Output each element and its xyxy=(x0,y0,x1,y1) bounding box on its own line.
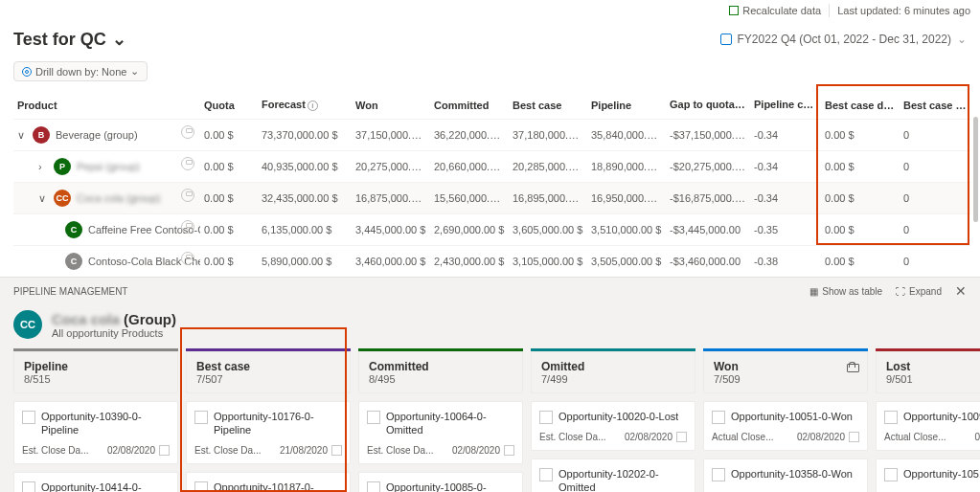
info-icon[interactable]: i xyxy=(308,101,318,111)
grid-row[interactable]: CCaffeine Free Contoso-Cola0.00 $6,135,0… xyxy=(13,214,970,246)
org-icon xyxy=(181,125,194,139)
drilldown-selector[interactable]: Drill down by: None ⌄ xyxy=(13,61,148,81)
page-title-dropdown[interactable]: Test for QC ⌄ xyxy=(13,29,126,50)
cell: 3,105,000.00 $ xyxy=(509,246,587,278)
cell: 0 xyxy=(900,214,970,246)
card-date: 02/08/2020 xyxy=(797,432,845,442)
lock-icon xyxy=(847,362,857,372)
expand-chevron-icon[interactable]: ∨ xyxy=(17,129,27,142)
opportunity-card[interactable]: Opportunity-10518- xyxy=(876,458,980,492)
cell: 2,690,000.00 $ xyxy=(430,214,509,246)
kanban-column: Omitted7/499Opportunity-10020-0-LostEst.… xyxy=(531,348,695,492)
cell: 18,890,000.00 $ xyxy=(587,151,666,183)
cell: -$3,460,000.00 xyxy=(666,246,750,278)
period-label: FY2022 Q4 (Oct 01, 2022 - Dec 31, 2022) xyxy=(738,33,951,46)
calendar-icon xyxy=(504,445,514,456)
kanban-board: Pipeline8/515Opportunity-10390-0-Pipelin… xyxy=(0,348,980,492)
col-header[interactable]: Committed xyxy=(430,91,509,120)
period-selector[interactable]: FY2022 Q4 (Oct 01, 2022 - Dec 31, 2022) … xyxy=(720,33,967,46)
cell: 37,150,000.00 $ xyxy=(352,120,430,151)
column-count: 8/515 xyxy=(24,373,168,385)
row-name: Beverage (group) xyxy=(56,129,138,141)
opportunity-card[interactable]: Opportunity-10090-Actual Close...02/08/2… xyxy=(876,401,980,451)
opportunity-card[interactable]: Opportunity-10202-0-Omitted xyxy=(531,458,695,492)
card-title: Opportunity-10090- xyxy=(903,410,980,423)
info-icon[interactable]: i xyxy=(737,101,747,111)
col-header[interactable]: Best case disco... xyxy=(821,91,900,120)
cell: -$16,875,000.00 xyxy=(666,183,750,214)
column-cards: Opportunity-10051-0-WonActual Close...02… xyxy=(703,393,868,492)
card-icon xyxy=(712,468,725,481)
cell: 73,370,000.00 $ xyxy=(258,120,352,151)
card-title: Opportunity-10518- xyxy=(903,467,980,481)
cell: 0.00 $ xyxy=(821,183,900,214)
expand-chevron-icon[interactable]: › xyxy=(38,161,48,172)
opportunity-card[interactable]: Opportunity-10187-0-BestCase xyxy=(186,472,351,492)
opportunity-card[interactable]: Opportunity-10085-0-Committed xyxy=(358,472,523,492)
column-header[interactable]: Best case7/507 xyxy=(186,351,351,393)
col-header[interactable]: Forecasti xyxy=(258,91,352,120)
card-date-label: Actual Close... xyxy=(712,432,773,442)
col-header[interactable]: Pipeline xyxy=(587,91,666,120)
column-count: 9/501 xyxy=(886,373,980,385)
column-header[interactable]: Won7/509 xyxy=(703,351,868,393)
row-name: Coca cola (group) xyxy=(77,192,160,204)
opportunity-card[interactable]: Opportunity-10390-0-PipelineEst. Close D… xyxy=(13,401,178,464)
page-header: Test for QC ⌄ FY2022 Q4 (Oct 01, 2022 - … xyxy=(0,21,980,57)
cell: 0.00 $ xyxy=(200,151,258,183)
opportunity-card[interactable]: Opportunity-10176-0-PipelineEst. Close D… xyxy=(186,401,351,464)
column-header[interactable]: Committed8/495 xyxy=(358,351,523,393)
grid-row[interactable]: ∨BBeverage (group)0.00 $73,370,000.00 $3… xyxy=(13,120,970,151)
cell: 16,895,000.00 $ xyxy=(509,183,587,214)
target-icon xyxy=(22,67,32,77)
col-header[interactable]: Quota xyxy=(200,91,258,120)
grid-row[interactable]: ∨CCCoca cola (group)0.00 $32,435,000.00 … xyxy=(13,183,970,214)
opportunity-card[interactable]: Opportunity-10020-0-LostEst. Close Da...… xyxy=(531,401,695,451)
column-count: 7/509 xyxy=(714,373,857,385)
card-icon xyxy=(367,481,380,492)
close-button[interactable]: ✕ xyxy=(955,283,967,299)
col-header[interactable]: Pipeline cove...i xyxy=(750,91,821,120)
card-date-label: Est. Close Da... xyxy=(539,432,605,442)
col-header[interactable]: Best case produ... xyxy=(900,91,970,120)
row-name: Pepsi (group) xyxy=(77,161,140,172)
pipeline-management-panel: PIPELINE MANAGEMENT ▦Show as table ⛶Expa… xyxy=(0,277,980,492)
cell: 3,460,000.00 $ xyxy=(352,246,430,278)
grid-row[interactable]: ›PPepsi (group)0.00 $40,935,000.00 $20,2… xyxy=(13,151,970,183)
card-title: Opportunity-10051-0-Won xyxy=(731,410,853,423)
column-name: Lost xyxy=(886,360,980,373)
column-header[interactable]: Pipeline8/515 xyxy=(13,351,178,393)
card-icon xyxy=(712,411,725,424)
calendar-icon xyxy=(331,445,342,456)
column-name: Pipeline xyxy=(24,360,168,373)
opportunity-card[interactable]: Opportunity-10358-0-Won xyxy=(703,458,868,492)
column-cards: Opportunity-10090-Actual Close...02/08/2… xyxy=(876,393,980,492)
expand-chevron-icon[interactable]: ∨ xyxy=(38,192,48,205)
col-header[interactable]: Best case xyxy=(509,91,587,120)
org-icon xyxy=(181,189,194,202)
forecast-grid: ProductQuotaForecastiWonCommittedBest ca… xyxy=(0,85,980,277)
cell: 0.00 $ xyxy=(200,246,258,278)
expand-button[interactable]: ⛶Expand xyxy=(896,286,942,297)
col-header[interactable]: Won xyxy=(352,91,430,120)
grid-row[interactable]: CContoso-Cola Black Cherry Va0.00 $5,890… xyxy=(13,246,970,278)
cell: 3,505,000.00 $ xyxy=(587,246,666,278)
col-header[interactable]: Gap to quotai xyxy=(666,91,750,120)
cell: 20,285,000.00 $ xyxy=(509,151,587,183)
opportunity-card[interactable]: Opportunity-10051-0-WonActual Close...02… xyxy=(703,401,868,451)
show-as-table-button[interactable]: ▦Show as table xyxy=(809,286,882,297)
column-header[interactable]: Omitted7/499 xyxy=(531,351,695,393)
column-header[interactable]: Lost9/501 xyxy=(876,351,980,393)
pm-group-header: CC Coca cola (Group) All opportunity Pro… xyxy=(0,304,980,348)
col-header[interactable]: Product xyxy=(13,91,200,120)
cell: 20,275,000.00 $ xyxy=(352,151,430,183)
table-icon: ▦ xyxy=(809,286,818,297)
cell: -0.34 xyxy=(750,183,821,214)
recalc-button[interactable]: Recalculate data xyxy=(729,5,821,16)
card-icon xyxy=(22,481,35,492)
cell: 0.00 $ xyxy=(200,214,258,246)
calendar-icon xyxy=(720,34,732,45)
opportunity-card[interactable]: Opportunity-10064-0-OmittedEst. Close Da… xyxy=(358,401,523,464)
opportunity-card[interactable]: Opportunity-10414-0-Pipeline xyxy=(13,472,178,492)
scrollbar[interactable] xyxy=(973,117,978,222)
